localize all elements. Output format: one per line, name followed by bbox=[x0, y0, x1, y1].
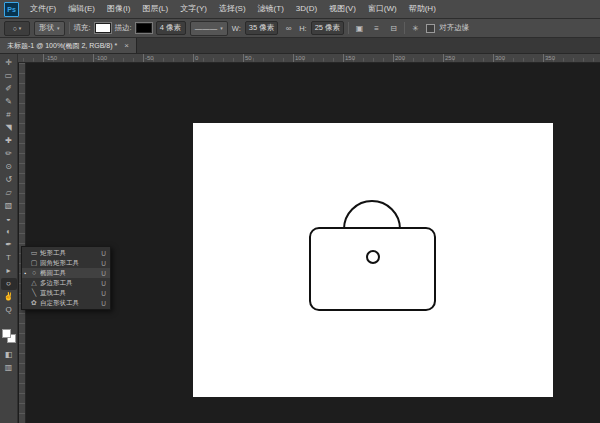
flyout-item-label: 圆角矩形工具 bbox=[40, 259, 99, 268]
rectangular-marquee-tool[interactable]: ▭ bbox=[1, 70, 17, 82]
path-alignment-icon[interactable]: ≡ bbox=[370, 22, 383, 35]
ruler-label: 150 bbox=[345, 54, 355, 63]
height-field[interactable]: 25 像素 bbox=[311, 21, 344, 35]
shape-tool-icon: ○ bbox=[30, 268, 38, 278]
foreground-color-swatch[interactable] bbox=[2, 329, 11, 338]
flyout-item-shortcut: U bbox=[101, 260, 106, 267]
ellipse-tool-item[interactable]: ▪ ○ 椭圆工具 U bbox=[22, 268, 110, 278]
tool-icon: ◧ bbox=[5, 349, 13, 361]
rounded-rectangle-tool-item[interactable]: ▢ 圆角矩形工具 U bbox=[22, 258, 110, 268]
brush-tool[interactable]: ✏ bbox=[1, 148, 17, 160]
tool-extras: ◧ ▥ bbox=[1, 349, 17, 375]
blur-tool[interactable]: ◒ bbox=[1, 213, 17, 225]
horizontal-ruler[interactable]: -150 -100 -50 0 50 100 150 200 250 300 3… bbox=[18, 54, 600, 63]
type-tool[interactable]: T bbox=[1, 252, 17, 264]
chevron-down-icon: ▾ bbox=[57, 25, 60, 31]
tool-icon: # bbox=[6, 109, 10, 121]
stroke-width-value: 4 像素 bbox=[160, 23, 181, 33]
menu-image[interactable]: 图像(I) bbox=[101, 0, 137, 18]
flyout-item-label: 自定形状工具 bbox=[40, 299, 99, 308]
shape-tool-icon: ✿ bbox=[30, 298, 38, 308]
options-bar: ○ ▾ 形状 ▾ 填充: 描边: 4 像素 ——— ▾ W: 35 像素 ∞ H… bbox=[0, 19, 600, 38]
ruler-label: 50 bbox=[245, 54, 252, 63]
document-tab[interactable]: 未标题-1 @ 100%(椭圆 2, RGB/8) * × bbox=[0, 38, 137, 53]
path-operations-icon[interactable]: ▣ bbox=[353, 22, 366, 35]
ellipse-tool-icon: ○ bbox=[13, 25, 17, 32]
separator bbox=[404, 22, 405, 34]
flyout-item-shortcut: U bbox=[101, 250, 106, 257]
link-dimensions-icon[interactable]: ∞ bbox=[282, 22, 295, 35]
fill-swatch[interactable] bbox=[95, 23, 111, 33]
align-edges-checkbox[interactable] bbox=[426, 24, 435, 33]
tool-icon: ↺ bbox=[5, 174, 12, 186]
menu-edit[interactable]: 编辑(E) bbox=[62, 0, 101, 18]
move-tool[interactable]: ✛ bbox=[1, 57, 17, 69]
dodge-tool[interactable]: ◐ bbox=[1, 226, 17, 238]
healing-brush-tool[interactable]: ✚ bbox=[1, 135, 17, 147]
close-icon[interactable]: × bbox=[124, 42, 129, 50]
quick-mask-icon[interactable]: ◧ bbox=[1, 349, 17, 361]
pen-tool[interactable]: ✒ bbox=[1, 239, 17, 251]
path-selection-tool[interactable]: ▸ bbox=[1, 265, 17, 277]
width-label: W: bbox=[232, 24, 241, 33]
tool-icon: ◐ bbox=[6, 226, 11, 238]
chevron-down-icon: ▾ bbox=[220, 25, 223, 31]
line-tool-item[interactable]: ╲ 直线工具 U bbox=[22, 288, 110, 298]
eraser-tool[interactable]: ▱ bbox=[1, 187, 17, 199]
menu-3d[interactable]: 3D(D) bbox=[290, 0, 323, 18]
photoshop-logo-icon[interactable]: Ps bbox=[4, 2, 19, 17]
ruler-label: 100 bbox=[295, 54, 305, 63]
zoom-tool[interactable]: Q bbox=[1, 304, 17, 316]
eyedropper-tool[interactable]: ◥ bbox=[1, 122, 17, 134]
menu-layer[interactable]: 图层(L) bbox=[136, 0, 174, 18]
custom-shape-tool-item[interactable]: ✿ 自定形状工具 U bbox=[22, 298, 110, 308]
active-tool-marker: ▪ bbox=[23, 270, 28, 276]
width-field[interactable]: 35 像素 bbox=[245, 21, 278, 35]
stroke-width-field[interactable]: 4 像素 bbox=[156, 21, 186, 35]
shape-tool[interactable]: ○ bbox=[1, 278, 17, 290]
document-tab-bar: 未标题-1 @ 100%(椭圆 2, RGB/8) * × bbox=[0, 38, 600, 54]
hand-tool[interactable]: ✌ bbox=[1, 291, 17, 303]
flyout-item-shortcut: U bbox=[101, 290, 106, 297]
tool-icon: ✎ bbox=[5, 96, 12, 108]
ruler-label: 200 bbox=[395, 54, 405, 63]
tool-preset-picker[interactable]: ○ ▾ bbox=[4, 21, 30, 36]
align-edges-label: 对齐边缘 bbox=[439, 23, 469, 33]
photoshop-window: Ps 文件(F) 编辑(E) 图像(I) 图层(L) 文字(Y) 选择(S) 滤… bbox=[0, 0, 600, 423]
rectangle-tool-item[interactable]: ▭ 矩形工具 U bbox=[22, 248, 110, 258]
polygon-tool-item[interactable]: △ 多边形工具 U bbox=[22, 278, 110, 288]
height-value: 25 像素 bbox=[315, 23, 340, 33]
screen-mode-icon[interactable]: ▥ bbox=[1, 362, 17, 374]
tool-icon: ⊙ bbox=[5, 161, 12, 173]
ruler-label: -150 bbox=[45, 54, 57, 63]
document-canvas[interactable] bbox=[193, 123, 553, 397]
document-tab-title: 未标题-1 @ 100%(椭圆 2, RGB/8) * bbox=[7, 41, 117, 51]
clone-stamp-tool[interactable]: ⊙ bbox=[1, 161, 17, 173]
shape-tool-icon: △ bbox=[30, 278, 38, 288]
menu-view[interactable]: 视图(V) bbox=[323, 0, 362, 18]
history-brush-tool[interactable]: ↺ bbox=[1, 174, 17, 186]
gear-icon[interactable]: ✳ bbox=[409, 22, 422, 35]
menu-filter[interactable]: 滤镜(T) bbox=[252, 0, 290, 18]
crop-tool[interactable]: # bbox=[1, 109, 17, 121]
menu-select[interactable]: 选择(S) bbox=[213, 0, 252, 18]
menu-file[interactable]: 文件(F) bbox=[24, 0, 62, 18]
height-label: H: bbox=[299, 24, 307, 33]
tool-mode-select[interactable]: 形状 ▾ bbox=[34, 21, 65, 36]
menu-window[interactable]: 窗口(W) bbox=[362, 0, 403, 18]
stroke-swatch[interactable] bbox=[136, 23, 152, 33]
separator bbox=[69, 22, 70, 34]
path-arrangement-icon[interactable]: ⊟ bbox=[387, 22, 400, 35]
menu-type[interactable]: 文字(Y) bbox=[174, 0, 213, 18]
gradient-tool[interactable]: ▧ bbox=[1, 200, 17, 212]
stroke-style-select[interactable]: ——— ▾ bbox=[190, 21, 228, 36]
lasso-tool[interactable]: ✐ bbox=[1, 83, 17, 95]
menu-help[interactable]: 帮助(H) bbox=[403, 0, 442, 18]
quick-selection-tool[interactable]: ✎ bbox=[1, 96, 17, 108]
vertical-ruler[interactable] bbox=[19, 63, 26, 423]
small-circle-shape bbox=[366, 250, 380, 264]
chevron-down-icon: ▾ bbox=[19, 25, 22, 31]
flyout-item-label: 矩形工具 bbox=[40, 249, 99, 258]
canvas-area[interactable] bbox=[19, 63, 600, 423]
tool-icon: ▥ bbox=[5, 362, 13, 374]
